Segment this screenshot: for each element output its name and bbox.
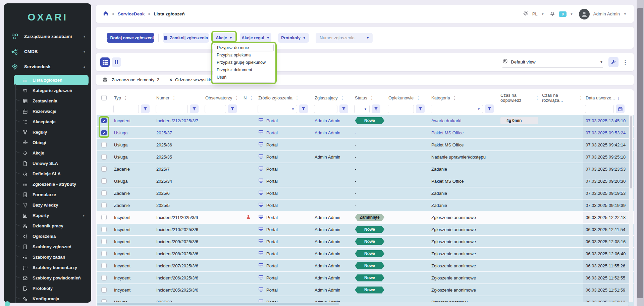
- column-menu-icon[interactable]: ⋮: [452, 95, 457, 100]
- row-checkbox[interactable]: [101, 203, 107, 208]
- column-header-3[interactable]: Obserwatorzy⋮: [203, 95, 241, 100]
- table-row-7[interactable]: Zadanie2025/6Portal-Zadanie07.03.2025 09…: [97, 187, 634, 200]
- settings-gear-icon[interactable]: [523, 10, 529, 17]
- window-scrollbar[interactable]: [637, 0, 644, 306]
- table-row-15[interactable]: IncydentIncident/205/2025/3/6PortalAdmin…: [97, 284, 634, 296]
- sidebar-item-konfiguracja[interactable]: Konfiguracja: [16, 294, 89, 303]
- actions-dropdown-button[interactable]: Akcje ▼: [213, 33, 235, 43]
- sidebar-item-raporty[interactable]: Raporty▼: [16, 210, 89, 221]
- row-checkbox[interactable]: [101, 130, 107, 135]
- filter-input[interactable]: ▼: [431, 105, 483, 113]
- sidebar-item-kategorie-zg-osze-[interactable]: Kategorie zgłoszeń: [16, 85, 89, 96]
- menu-item-1[interactable]: Przypisz do mnie: [214, 44, 274, 51]
- column-menu-icon[interactable]: ⋮: [535, 95, 539, 100]
- protocols-dropdown-button[interactable]: Protokoły ▼: [278, 33, 309, 43]
- sort-desc-icon[interactable]: ↓: [617, 95, 620, 100]
- table-row-14[interactable]: IncydentIncident/206/2025/3/6PortalAdmin…: [97, 272, 634, 284]
- column-menu-icon[interactable]: ⋮: [172, 95, 176, 100]
- sidebar-bottom-dot[interactable]: [5, 301, 10, 306]
- table-row-5[interactable]: Zadanie2025/7Portal-Zadanie07.03.2025 09…: [97, 163, 634, 175]
- sidebar-item-akcje[interactable]: Akcje: [16, 148, 89, 158]
- row-checkbox[interactable]: [101, 118, 107, 123]
- column-menu-icon[interactable]: ⋮: [340, 95, 344, 100]
- table-horizontal-scrollbar[interactable]: [97, 302, 629, 306]
- sidebar-section-3[interactable]: Servicedesk▲: [4, 59, 91, 74]
- column-header-1[interactable]: Typ⋮: [111, 95, 154, 100]
- table-row-12[interactable]: IncydentIncident/208/2025/3/6PortalAdmin…: [97, 248, 634, 260]
- sidebar-item-zg-oszenie-atrybuty[interactable]: Zgłoszenie - atrybuty: [16, 179, 89, 189]
- column-header-9[interactable]: Kategoria⋮: [429, 95, 498, 100]
- date-filter-button[interactable]: [616, 104, 625, 113]
- filter-input[interactable]: [388, 105, 414, 113]
- sidebar-item-lista-zg-osze-[interactable]: Lista zgłoszeń: [14, 75, 89, 85]
- sidebar-item-akceptacje[interactable]: Akceptacje: [16, 117, 89, 127]
- table-row-13[interactable]: IncydentIncident/207/2025/3/6PortalAdmin…: [97, 260, 634, 272]
- column-menu-icon[interactable]: ⋮: [579, 95, 583, 100]
- column-header-10[interactable]: Czas na odpowiedź⋮: [498, 93, 539, 103]
- sidebar-item-szablony-zada-[interactable]: Szablony zadań: [16, 252, 89, 262]
- row-checkbox[interactable]: [101, 154, 107, 160]
- breadcrumb-servicedesk[interactable]: ServiceDesk: [118, 11, 145, 16]
- view-more-menu[interactable]: ⋮: [623, 59, 628, 65]
- sidebar-item-umowy-sla[interactable]: Umowy SLA: [16, 158, 89, 169]
- row-checkbox[interactable]: [101, 239, 107, 244]
- row-checkbox[interactable]: [101, 287, 107, 293]
- column-header-12[interactable]: Data utworze...↓: [583, 95, 629, 100]
- ticket-number-input[interactable]: [316, 33, 373, 43]
- funnel-filter-button[interactable]: [190, 104, 199, 113]
- filter-input[interactable]: ▼: [258, 105, 297, 113]
- home-icon[interactable]: [103, 10, 109, 17]
- table-row-3[interactable]: Usługa2025/36Portal-Pakiet MS Office07.0…: [97, 139, 634, 151]
- close-tickets-button[interactable]: Zamknij zgłoszenia: [163, 33, 209, 43]
- row-checkbox[interactable]: [101, 275, 107, 280]
- menu-item-3[interactable]: Przypisz grupę opiekunów: [214, 59, 274, 66]
- language-selector[interactable]: PL: [532, 11, 538, 16]
- row-checkbox[interactable]: [101, 215, 107, 220]
- sidebar-item-formularze[interactable]: Formularze: [16, 189, 89, 200]
- funnel-filter-button[interactable]: [299, 104, 308, 113]
- add-ticket-button[interactable]: + Dodaj nowe zgłoszenie: [107, 33, 154, 43]
- column-menu-icon[interactable]: ⋮: [295, 95, 299, 100]
- sidebar-item-protoko-y[interactable]: Protokoły: [16, 283, 89, 294]
- sidebar-item-bazy-wiedzy[interactable]: Bazy wiedzy: [16, 200, 89, 210]
- row-checkbox[interactable]: [101, 227, 107, 232]
- scrollbar-thumb[interactable]: [630, 116, 632, 188]
- sidebar-item-szablony-powiadomie-[interactable]: Szablony powiadomień: [16, 273, 89, 283]
- breadcrumb-current[interactable]: Lista zgłoszeń: [154, 11, 184, 16]
- sidebar-item-regu-y[interactable]: Reguły: [16, 127, 89, 137]
- view-selector[interactable]: Default view ▼: [502, 58, 603, 68]
- sidebar-section-1[interactable]: Zarządzanie zasobami▼: [4, 29, 91, 44]
- funnel-filter-button[interactable]: [141, 104, 150, 113]
- table-row-1[interactable]: IncydentIncident/212/2025/3/7PortalAdmin…: [97, 115, 634, 127]
- filter-input[interactable]: [205, 105, 226, 113]
- funnel-filter-button[interactable]: [416, 104, 425, 113]
- funnel-filter-button[interactable]: [372, 104, 380, 113]
- table-row-8[interactable]: Zadanie2025/5Portal-Zadanie07.03.2025 09…: [97, 200, 634, 212]
- row-checkbox[interactable]: [101, 166, 107, 172]
- sidebar-item-obiegi[interactable]: Obiegi: [16, 137, 89, 148]
- column-header-2[interactable]: Numer⋮: [154, 95, 203, 100]
- user-name[interactable]: Admin Admin: [593, 11, 620, 16]
- kanban-view-button[interactable]: [112, 57, 121, 67]
- sidebar-item-rezerwacje[interactable]: Rezerwacje: [16, 106, 89, 117]
- row-checkbox[interactable]: [101, 190, 107, 196]
- column-menu-icon[interactable]: ⋮: [234, 95, 239, 100]
- funnel-filter-button[interactable]: [485, 104, 494, 113]
- table-row-11[interactable]: IncydentIncident/209/2025/3/6PortalAdmin…: [97, 236, 634, 248]
- table-row-4[interactable]: Usługa2025/35PortalAdmin Admin-Nadanie u…: [97, 151, 634, 163]
- sidebar-item-zestawienia[interactable]: Zestawienia: [16, 96, 89, 106]
- filter-input[interactable]: ▼: [354, 105, 370, 113]
- column-header-4[interactable]: N⋮: [241, 95, 256, 100]
- column-menu-icon[interactable]: ⋮: [123, 95, 128, 100]
- user-avatar[interactable]: [579, 9, 590, 19]
- column-header-8[interactable]: Opiekunowie⋮: [386, 95, 429, 100]
- sidebar-item-dziennik-pracy[interactable]: Dziennik pracy: [16, 221, 89, 231]
- column-header-5[interactable]: Źródło zgłoszenia⋮: [256, 95, 312, 100]
- table-row-2[interactable]: Usługa2025/37PortalAdmin Admin-Pakiet MS…: [97, 127, 634, 139]
- column-header-6[interactable]: Zgłaszający⋮: [312, 95, 352, 100]
- row-checkbox[interactable]: [101, 263, 107, 268]
- column-menu-icon[interactable]: ⋮: [249, 95, 253, 100]
- row-checkbox[interactable]: [101, 251, 107, 256]
- column-header-7[interactable]: Status⋮: [352, 95, 386, 100]
- table-row-9[interactable]: IncydentIncident/211/2025/3/6PortalAdmin…: [97, 212, 634, 224]
